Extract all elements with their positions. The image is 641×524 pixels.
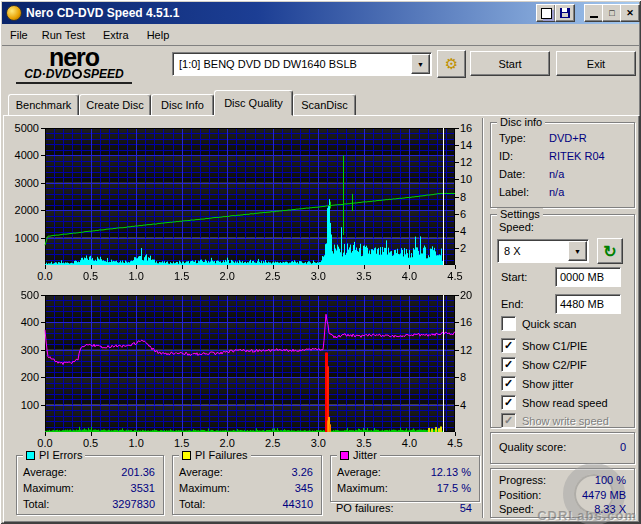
start-position-label: Start:: [501, 271, 527, 283]
axis-tick: 20: [460, 289, 480, 301]
refresh-disc-button[interactable]: ↻: [597, 238, 623, 264]
check-icon[interactable]: ✓: [501, 338, 516, 353]
tab-disc-info[interactable]: Disc Info: [151, 94, 214, 116]
jitter-stats-box: Jitter Average:12.13 % Maximum:17.5 %: [330, 455, 480, 502]
axis-tick: 1.0: [122, 270, 150, 282]
menu-file[interactable]: File: [3, 27, 35, 43]
start-button[interactable]: Start: [470, 51, 550, 76]
axis-tick: 8: [460, 191, 480, 203]
checkbox-icon[interactable]: [501, 316, 516, 331]
pi-failures-title: PI Failures: [195, 449, 248, 461]
tabstrip: Benchmark Create Disc Disc Info Disc Qua…: [2, 89, 639, 116]
menu-run-test[interactable]: Run Test: [35, 27, 92, 43]
drive-selector[interactable]: [1:0] BENQ DVD DD DW1640 BSLB ▼: [172, 52, 432, 76]
stat-row: Maximum:17.5 %: [337, 482, 471, 494]
tab-disc-quality[interactable]: Disc Quality: [214, 90, 293, 116]
axis-tick: 2: [460, 242, 480, 254]
axis-tick: 5000: [7, 122, 39, 134]
axis-tick: 4.5: [441, 270, 469, 282]
axis-tick: 2.5: [259, 270, 287, 282]
nero-logo: nero CD·DVDSPEED: [16, 46, 132, 80]
chevron-down-icon[interactable]: ▼: [568, 241, 587, 261]
speed-value: 8 X: [498, 245, 568, 257]
axis-tick: 8: [460, 371, 480, 383]
end-position-label: End:: [501, 298, 524, 310]
disc-icon: [72, 69, 82, 79]
check-icon[interactable]: ✓: [501, 357, 516, 372]
axis-tick: 200: [7, 371, 39, 383]
axis-tick: 10: [460, 173, 480, 185]
window-title: Nero CD-DVD Speed 4.51.1: [26, 6, 179, 20]
show-jitter-checkbox[interactable]: ✓ Show jitter: [501, 376, 573, 391]
site-watermark: CDRLabs.com: [537, 508, 637, 523]
drive-options-button[interactable]: ⚙: [437, 50, 466, 78]
check-icon[interactable]: ✓: [501, 376, 516, 391]
toolbar: nero CD·DVDSPEED [1:0] BENQ DVD DD DW164…: [2, 46, 639, 90]
tab-benchmark[interactable]: Benchmark: [8, 94, 79, 116]
end-position-field[interactable]: 4480 MB: [555, 294, 621, 314]
pi-failures-legend: PI Failures: [179, 449, 251, 461]
pi-errors-chart: [41, 124, 459, 270]
refresh-icon: ↻: [603, 242, 616, 261]
axis-tick: 3000: [7, 177, 39, 189]
axis-tick: 0.5: [77, 270, 105, 282]
pi-failures-color-swatch: [182, 451, 191, 460]
check-icon[interactable]: ✓: [501, 395, 516, 410]
pi-errors-stats-box: PI Errors Average:201.36 Maximum:3531 To…: [16, 455, 164, 515]
pi-errors-legend: PI Errors: [23, 449, 85, 461]
app-window: Nero CD-DVD Speed 4.51.1 □ ✕ File Run Te…: [0, 0, 641, 524]
pi-failures-stats-box: PI Failures Average:3.26 Maximum:345 Tot…: [172, 455, 322, 515]
axis-tick: 2.5: [259, 437, 287, 449]
jitter-color-swatch: [340, 451, 349, 460]
axis-tick: 2.0: [213, 270, 241, 282]
axis-tick: 0.0: [31, 270, 59, 282]
axis-tick: 300: [7, 344, 39, 356]
tab-create-disc[interactable]: Create Disc: [79, 94, 151, 116]
check-icon: ✓: [501, 413, 516, 428]
stat-row: Total:44310: [179, 498, 313, 510]
jitter-title: Jitter: [353, 449, 377, 461]
show-write-speed-checkbox: ✓ Show write speed: [501, 413, 609, 428]
minimize-button[interactable]: [584, 4, 604, 22]
save-button[interactable]: [555, 4, 575, 22]
position-value: 4479 MB: [582, 489, 626, 501]
axis-tick: 0.5: [77, 437, 105, 449]
axis-tick: 4: [460, 399, 480, 411]
settings-box: Settings Speed: 8 X ▼ ↻ Start: 0000 MB E…: [490, 214, 635, 428]
maximize-button[interactable]: □: [602, 4, 622, 22]
axis-tick: 16: [460, 316, 480, 328]
axis-tick: 2000: [7, 204, 39, 216]
disc-id-row: ID:RITEK R04: [499, 150, 626, 162]
quick-scan-checkbox[interactable]: Quick scan: [501, 316, 576, 331]
chevron-down-icon[interactable]: ▼: [411, 54, 430, 74]
quality-score-box: Quality score: 0: [490, 432, 635, 464]
panel-divider: [482, 118, 484, 518]
pi-errors-title: PI Errors: [39, 449, 82, 461]
tab-scandisc[interactable]: ScanDisc: [293, 94, 356, 116]
quality-score-label: Quality score:: [499, 441, 566, 453]
copy-report-button[interactable]: [536, 4, 556, 22]
copy-icon: [541, 8, 552, 19]
show-read-speed-checkbox[interactable]: ✓ Show read speed: [501, 395, 608, 410]
pi-errors-color-swatch: [26, 451, 35, 460]
stat-row: Average:201.36: [23, 466, 155, 478]
po-failures-value: 54: [460, 502, 472, 514]
po-failures-row: PO failures: 54: [336, 502, 472, 514]
speed-selector[interactable]: 8 X ▼: [497, 239, 589, 263]
stat-row: Total:3297830: [23, 498, 155, 510]
close-button[interactable]: ✕: [620, 4, 640, 22]
show-c1-pie-checkbox[interactable]: ✓ Show C1/PIE: [501, 338, 587, 353]
menu-extra[interactable]: Extra: [96, 27, 136, 43]
gears-icon: ⚙: [445, 55, 458, 73]
axis-tick: 3.0: [304, 270, 332, 282]
start-position-field[interactable]: 0000 MB: [555, 267, 621, 287]
minimize-icon: [590, 16, 598, 18]
exit-button[interactable]: Exit: [556, 51, 636, 76]
axis-tick: 4.0: [395, 437, 423, 449]
stat-row: Maximum:345: [179, 482, 313, 494]
progress-value: 100 %: [595, 474, 626, 486]
speed-label: Speed:: [499, 221, 534, 233]
axis-tick: 16: [460, 122, 480, 134]
menu-help[interactable]: Help: [140, 27, 177, 43]
show-c2-pif-checkbox[interactable]: ✓ Show C2/PIF: [501, 357, 587, 372]
